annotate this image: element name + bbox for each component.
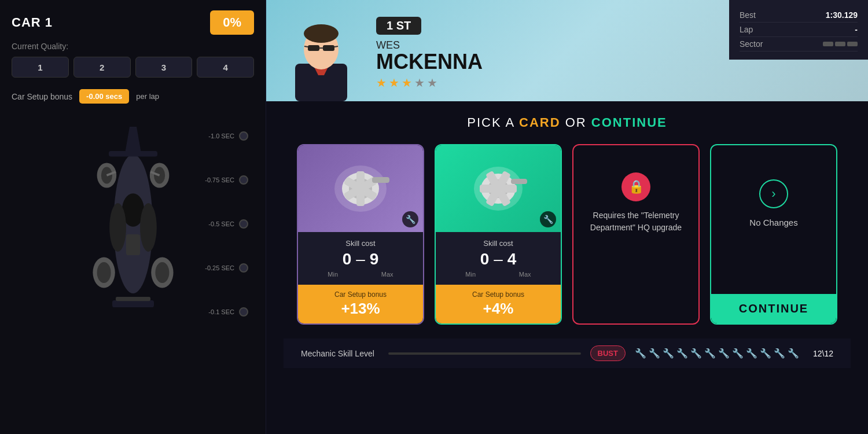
card-2-min-label: Min bbox=[465, 271, 476, 278]
lock-icon: 🔒 bbox=[621, 172, 650, 201]
quality-label: Current Quality: bbox=[12, 42, 254, 51]
driver-info: 1 ST WES MCKENNA ★ ★ ★ ★ ★ bbox=[376, 17, 483, 90]
svg-rect-43 bbox=[511, 179, 527, 184]
gauge-dot-5 bbox=[239, 307, 248, 317]
wrench-icons: 🔧 🔧 🔧 🔧 🔧 🔧 🔧 🔧 🔧 🔧 🔧 🔧 bbox=[635, 348, 799, 359]
pick-middle: OR bbox=[561, 115, 591, 130]
car-slot-4[interactable]: 4 bbox=[197, 57, 254, 78]
locked-card-body: 🔒 Requires the "Telemetry Department" HQ… bbox=[573, 145, 698, 261]
gauge-row-2: -0.75 SEC bbox=[205, 175, 248, 185]
main-panel: 1 ST WES MCKENNA ★ ★ ★ ★ ★ Best 1:30.129… bbox=[266, 0, 868, 434]
card-2-footer-label: Car Setup bonus bbox=[444, 290, 553, 299]
card-2-skill-label: Skill cost bbox=[444, 239, 553, 248]
gauge-row-4: -0.25 SEC bbox=[205, 263, 248, 273]
card-1-part-svg bbox=[326, 157, 395, 220]
f1-car-svg bbox=[81, 120, 185, 328]
gauge-label-2: -0.75 SEC bbox=[205, 176, 234, 183]
gauge-row-5: -0.1 SEC bbox=[208, 307, 248, 317]
card-2-image: 🔧 bbox=[436, 145, 561, 232]
card-2-part-svg bbox=[464, 157, 533, 220]
car-visual-area: -1.0 SEC -0.75 SEC -0.5 SEC -0.25 SEC -0… bbox=[12, 114, 254, 334]
best-label: Best bbox=[740, 10, 756, 20]
pick-prefix: PICK A bbox=[467, 115, 519, 130]
sector-label: Sector bbox=[740, 39, 763, 49]
car-title: CAR 1 bbox=[12, 15, 53, 30]
card-2-icon: 🔧 bbox=[540, 211, 556, 227]
continue-arrow-icon: › bbox=[759, 179, 788, 208]
mechanic-label: Mechanic Skill Level bbox=[301, 349, 374, 358]
wrench-9: 🔧 bbox=[746, 348, 757, 359]
gauge-label-3: -0.5 SEC bbox=[208, 220, 234, 227]
svg-point-8 bbox=[154, 167, 165, 184]
card-1-body: Skill cost 0 – 9 Min Max bbox=[298, 232, 423, 285]
car-slot-1[interactable]: 1 bbox=[12, 57, 69, 78]
card-4-continue[interactable]: › No Changes CONTINUE bbox=[710, 144, 837, 325]
svg-point-15 bbox=[140, 203, 157, 252]
card-1-max: 9 bbox=[370, 250, 379, 269]
card-1[interactable]: 🔧 Skill cost 0 – 9 Min Max Car Setup bo bbox=[297, 144, 424, 325]
sector-stat-row: Sector bbox=[740, 37, 858, 52]
svg-rect-35 bbox=[372, 177, 389, 183]
continue-button[interactable]: CONTINUE bbox=[711, 294, 836, 323]
card-1-max-label: Max bbox=[381, 271, 393, 278]
svg-line-26 bbox=[304, 46, 308, 47]
gauge-dot-2 bbox=[239, 175, 248, 185]
card-2-max-label: Max bbox=[519, 271, 531, 278]
wrench-4: 🔧 bbox=[676, 348, 688, 359]
sector-dots bbox=[823, 42, 858, 46]
gauge-row-3: -0.5 SEC bbox=[208, 219, 248, 229]
gauge-label-1: -1.0 SEC bbox=[208, 133, 234, 139]
lap-label: Lap bbox=[740, 25, 753, 34]
wrench-1: 🔧 bbox=[635, 348, 646, 359]
best-value: 1:30.129 bbox=[826, 10, 858, 20]
star-2: ★ bbox=[389, 76, 399, 90]
sector-dot-3 bbox=[847, 42, 858, 46]
gauge-dot-1 bbox=[239, 131, 248, 141]
star-5: ★ bbox=[427, 76, 437, 90]
bust-badge: BUST bbox=[590, 345, 626, 361]
car-image bbox=[75, 114, 191, 334]
wrench-11: 🔧 bbox=[774, 348, 785, 359]
svg-point-6 bbox=[101, 167, 112, 184]
gauge-label-4: -0.25 SEC bbox=[205, 264, 234, 271]
car-slot-3[interactable]: 3 bbox=[135, 57, 193, 78]
card-2-body: Skill cost 0 – 4 Min Max bbox=[436, 232, 561, 285]
card-1-footer-value: +13% bbox=[306, 300, 415, 318]
driver-last-name: MCKENNA bbox=[376, 52, 483, 72]
card-1-labels: Min Max bbox=[306, 271, 415, 278]
lap-value: - bbox=[855, 25, 858, 34]
avatar-svg bbox=[284, 12, 359, 101]
wrench-8: 🔧 bbox=[732, 348, 744, 359]
card-1-dash: – bbox=[356, 250, 365, 269]
svg-point-22 bbox=[304, 24, 339, 43]
card-2-cost-values: 0 – 4 bbox=[444, 250, 553, 269]
card-2-footer: Car Setup bonus +4% bbox=[436, 285, 561, 323]
card-1-icon: 🔧 bbox=[402, 211, 418, 227]
wrench-12: 🔧 bbox=[788, 348, 799, 359]
car-slot-2[interactable]: 2 bbox=[73, 57, 131, 78]
wrench-3: 🔧 bbox=[663, 348, 674, 359]
card-2-labels: Min Max bbox=[444, 271, 553, 278]
card-1-image: 🔧 bbox=[298, 145, 423, 232]
svg-point-14 bbox=[109, 203, 126, 252]
card-2[interactable]: 🔧 Skill cost 0 – 4 Min Max Car Setup bo bbox=[435, 144, 562, 325]
gauge-marks: -1.0 SEC -0.75 SEC -0.5 SEC -0.25 SEC -0… bbox=[205, 114, 248, 334]
gauge-row-1: -1.0 SEC bbox=[208, 131, 248, 141]
svg-point-12 bbox=[155, 262, 169, 283]
sector-dot-2 bbox=[835, 42, 845, 46]
card-3-locked: 🔒 Requires the "Telemetry Department" HQ… bbox=[572, 144, 700, 325]
pick-card-word: CARD bbox=[519, 115, 561, 130]
driver-header: 1 ST WES MCKENNA ★ ★ ★ ★ ★ Best 1:30.129… bbox=[266, 0, 868, 101]
svg-rect-16 bbox=[126, 234, 140, 255]
svg-rect-24 bbox=[323, 45, 334, 51]
cards-row: 🔧 Skill cost 0 – 9 Min Max Car Setup bo bbox=[284, 144, 851, 325]
car-header: CAR 1 0% bbox=[12, 10, 254, 35]
per-lap: per lap bbox=[136, 92, 159, 101]
quality-badge: 0% bbox=[210, 10, 254, 35]
mechanic-bar bbox=[388, 352, 581, 355]
star-3: ★ bbox=[402, 76, 412, 90]
card-1-cost-values: 0 – 9 bbox=[306, 250, 415, 269]
card-1-min: 0 bbox=[343, 250, 352, 269]
pick-area: PICK A CARD OR CONTINUE bbox=[266, 101, 868, 434]
card-2-dash: – bbox=[494, 250, 503, 269]
